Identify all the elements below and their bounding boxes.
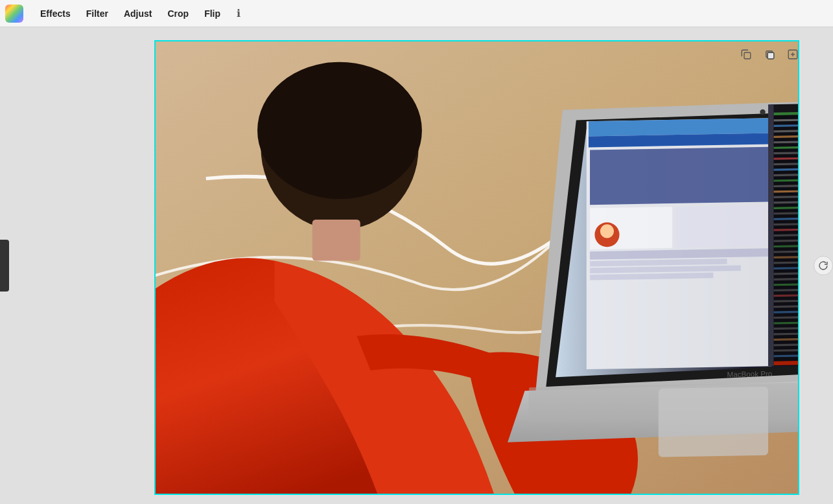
flip-button[interactable]: Flip [198, 6, 227, 21]
svg-rect-0 [744, 52, 751, 59]
add-button[interactable] [784, 45, 802, 63]
svg-text:MacBook Pro: MacBook Pro [727, 369, 773, 378]
app-logo [5, 5, 23, 23]
image-canvas: MacBook Pro [154, 40, 799, 495]
svg-point-73 [760, 109, 765, 115]
effects-button[interactable]: Effects [34, 6, 77, 21]
adjust-button[interactable]: Adjust [117, 6, 159, 21]
info-button[interactable]: ℹ [229, 5, 248, 23]
filter-button[interactable]: Filter [80, 6, 115, 21]
svg-rect-72 [768, 104, 773, 366]
svg-point-24 [600, 224, 614, 238]
duplicate-button[interactable] [760, 45, 779, 63]
scene: MacBook Pro [156, 41, 798, 494]
svg-rect-10 [312, 220, 360, 260]
crop-button[interactable]: Crop [161, 6, 195, 21]
svg-rect-16 [590, 147, 768, 205]
svg-rect-18 [675, 205, 764, 248]
copy-button[interactable] [737, 45, 755, 63]
svg-rect-14 [589, 118, 771, 136]
feedback-button[interactable] [814, 256, 833, 275]
svg-point-9 [257, 62, 422, 200]
svg-rect-2 [768, 52, 774, 59]
toolbar: Effects Filter Adjust Crop Flip ℹ [0, 0, 833, 27]
top-right-actions [737, 45, 802, 63]
scene-svg: MacBook Pro [156, 41, 798, 494]
left-panel [0, 240, 9, 292]
svg-rect-76 [659, 387, 768, 457]
main-area: MacBook Pro [0, 27, 833, 504]
